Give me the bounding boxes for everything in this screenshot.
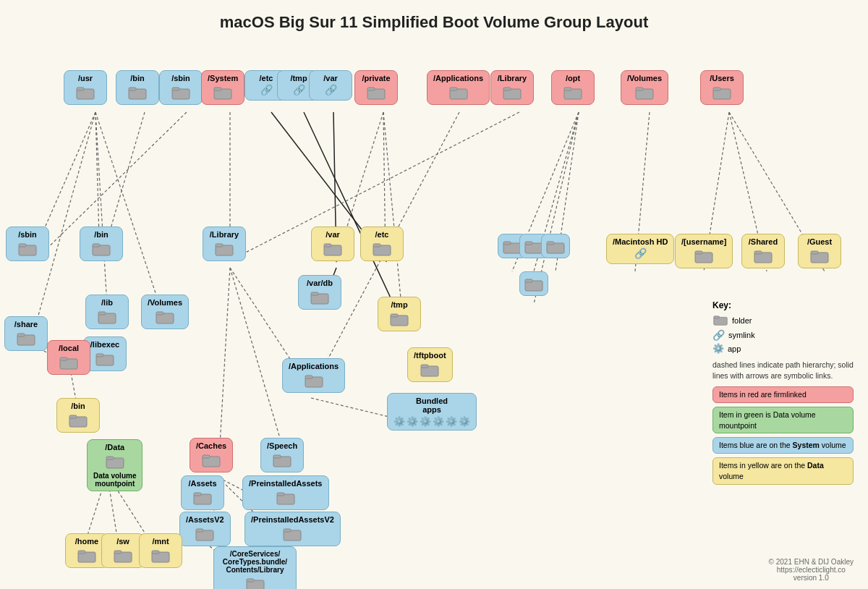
svg-rect-104 xyxy=(106,457,114,459)
app-icon: ⚙️ xyxy=(433,416,444,427)
folder-icon xyxy=(155,308,175,324)
shared-label: /Shared xyxy=(749,237,778,246)
node-opt-f4 xyxy=(519,271,548,296)
node-applications-top: /Applications xyxy=(427,70,490,105)
username-label: /[username] xyxy=(681,237,726,246)
node-tftpboot: /tftpboot xyxy=(407,347,453,382)
system-label: /System xyxy=(208,74,238,82)
assetsv2-label: /AssetsV2 xyxy=(186,515,224,524)
main-title: macOS Big Sur 11 Simplified Boot Volume … xyxy=(0,0,868,32)
legend-folder-label: folder xyxy=(732,316,752,325)
users-label: /Users xyxy=(710,74,734,82)
node-usr: /usr xyxy=(64,70,107,105)
node-bin-l2: /bin xyxy=(80,226,123,261)
svg-rect-122 xyxy=(114,551,122,554)
svg-rect-40 xyxy=(77,88,84,90)
legend-app-label: app xyxy=(728,344,741,353)
legend-symlink-item: 🔗 symlink xyxy=(712,329,854,341)
folder-icon xyxy=(448,84,469,100)
folder-icon xyxy=(634,84,655,100)
svg-rect-46 xyxy=(214,88,221,90)
svg-rect-74 xyxy=(547,242,554,245)
svg-rect-70 xyxy=(503,242,511,245)
folder-icon xyxy=(68,412,88,428)
node-coreservices: /CoreServices/CoreTypes.bundle/Contents/… xyxy=(213,546,297,589)
folder-icon xyxy=(809,247,830,263)
svg-rect-62 xyxy=(93,244,100,247)
folder-icon xyxy=(113,547,133,563)
node-library-l2: /Library xyxy=(203,226,246,261)
folder-icon xyxy=(282,525,302,541)
speech-label: /Speech xyxy=(267,441,297,450)
svg-rect-54 xyxy=(564,88,571,90)
svg-rect-106 xyxy=(203,455,210,458)
node-preinstalled-assetsv2: /PreinstalledAssetsV2 xyxy=(244,512,341,546)
node-var-db: /var/db xyxy=(298,275,341,310)
folder-icon xyxy=(17,240,38,256)
library-l2-label: /Library xyxy=(210,230,239,239)
svg-rect-102 xyxy=(305,376,312,378)
folder-icon xyxy=(366,84,386,100)
copyright: © 2021 EHN & DIJ Oakley https://eclectic… xyxy=(769,558,854,582)
legend-badge-red: Items in red are firmlinked xyxy=(712,386,854,403)
legend-folder-item: folder xyxy=(712,313,854,327)
node-username: /[username] xyxy=(675,234,733,268)
svg-rect-82 xyxy=(811,251,818,254)
bin-l2-label: /bin xyxy=(94,230,109,239)
folder-icon xyxy=(150,547,171,563)
data-volume-label: Data volumemountpoint xyxy=(93,472,136,488)
sw-label: /sw xyxy=(116,537,129,546)
folder-icon xyxy=(75,84,95,100)
folder-icon xyxy=(372,240,392,256)
node-data-volume: /Data Data volumemountpoint xyxy=(87,439,142,491)
node-preinstalled-assets: /PreinstalledAssets xyxy=(242,475,329,510)
data-label: /Data xyxy=(105,443,124,452)
folder-icon xyxy=(545,238,566,254)
legend-badge-green: Item in green is Data volume mountpoint xyxy=(712,407,854,433)
node-shared: /Shared xyxy=(741,234,785,268)
legend-desc: dashed lines indicate path hierarchy; so… xyxy=(712,360,854,381)
app-icon: ⚙️ xyxy=(446,416,457,427)
folder-icon xyxy=(753,247,773,263)
node-opt: /opt xyxy=(551,70,595,105)
folder-icon xyxy=(502,84,522,100)
legend-app-item: ⚙️ app xyxy=(712,343,854,354)
node-local: /local xyxy=(47,340,90,375)
node-sw: /sw xyxy=(101,533,145,568)
folder-icon xyxy=(105,453,125,469)
svg-rect-48 xyxy=(367,88,375,90)
folder-icon xyxy=(420,361,440,377)
symlink-icon: 🔗 xyxy=(325,84,337,96)
bin-l3-label: /bin xyxy=(71,402,85,410)
library-top-label: /Library xyxy=(498,74,527,82)
var-top-label: /var xyxy=(323,74,338,82)
node-sbin-top: /sbin xyxy=(159,70,203,105)
node-bundled-apps: Bundledapps ⚙️ ⚙️ ⚙️ ⚙️ ⚙️ ⚙️ xyxy=(387,393,477,431)
folder-icon xyxy=(214,240,234,256)
node-var-l2: /var xyxy=(311,226,354,261)
folder-icon xyxy=(524,276,544,292)
node-lib: /lib xyxy=(85,294,129,329)
applications-top-label: /Applications xyxy=(433,74,483,82)
svg-rect-56 xyxy=(636,88,643,90)
node-volumes-l2: /Volumes xyxy=(141,294,189,329)
folder-icon xyxy=(91,240,111,256)
svg-rect-112 xyxy=(277,493,284,496)
folder-icon xyxy=(276,489,296,505)
node-volumes-top: /Volumes xyxy=(621,70,668,105)
tmp-l2-label: /tmp xyxy=(391,300,407,309)
svg-rect-84 xyxy=(17,334,25,336)
guest-label: /Guest xyxy=(807,237,832,246)
tftpboot-label: /tftpboot xyxy=(414,351,446,360)
svg-rect-116 xyxy=(284,529,291,532)
svg-rect-68 xyxy=(373,244,380,247)
node-assetsv2: /AssetsV2 xyxy=(179,512,231,546)
svg-rect-120 xyxy=(78,551,85,554)
svg-rect-96 xyxy=(311,292,318,295)
node-bin-l3: /bin xyxy=(56,398,100,433)
svg-rect-98 xyxy=(391,314,398,317)
var-db-label: /var/db xyxy=(307,279,333,287)
node-caches: /Caches xyxy=(190,438,233,473)
svg-rect-44 xyxy=(172,88,179,90)
node-library-top: /Library xyxy=(490,70,534,105)
